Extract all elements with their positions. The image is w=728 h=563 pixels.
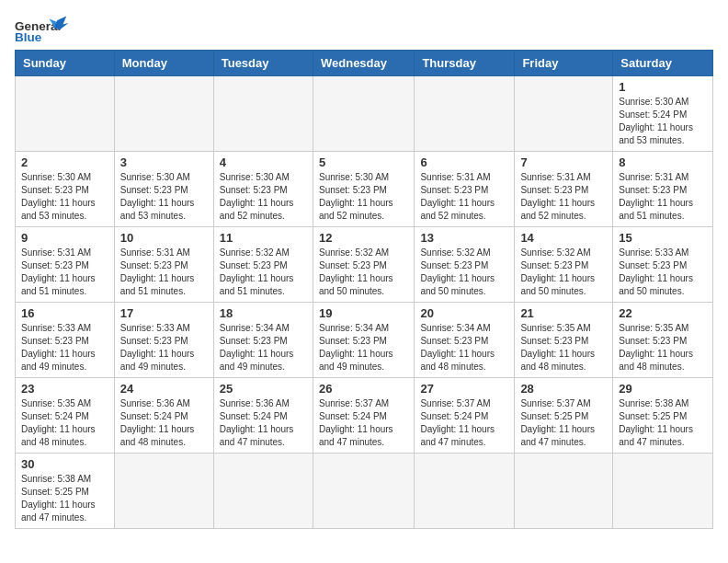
logo-icon: General Blue xyxy=(15,15,70,42)
calendar-cell: 6Sunrise: 5:31 AM Sunset: 5:23 PM Daylig… xyxy=(415,152,515,227)
day-number: 18 xyxy=(220,306,307,320)
day-info: Sunrise: 5:31 AM Sunset: 5:23 PM Dayligh… xyxy=(619,171,707,223)
calendar-cell: 23Sunrise: 5:35 AM Sunset: 5:24 PM Dayli… xyxy=(16,378,115,454)
calendar-cell xyxy=(415,454,515,529)
weekday-header-row: SundayMondayTuesdayWednesdayThursdayFrid… xyxy=(16,51,713,76)
weekday-header-wednesday: Wednesday xyxy=(313,51,414,76)
calendar-cell xyxy=(613,454,713,529)
day-number: 1 xyxy=(619,80,707,94)
calendar-cell xyxy=(415,76,515,152)
day-info: Sunrise: 5:32 AM Sunset: 5:23 PM Dayligh… xyxy=(220,247,307,298)
header: General Blue xyxy=(15,15,713,42)
calendar-cell xyxy=(213,76,313,152)
day-info: Sunrise: 5:30 AM Sunset: 5:24 PM Dayligh… xyxy=(619,96,707,147)
day-info: Sunrise: 5:35 AM Sunset: 5:23 PM Dayligh… xyxy=(619,322,707,373)
day-info: Sunrise: 5:31 AM Sunset: 5:23 PM Dayligh… xyxy=(21,247,108,298)
calendar-cell: 3Sunrise: 5:30 AM Sunset: 5:23 PM Daylig… xyxy=(114,152,213,227)
day-info: Sunrise: 5:36 AM Sunset: 5:24 PM Dayligh… xyxy=(120,397,208,449)
calendar-cell: 1Sunrise: 5:30 AM Sunset: 5:24 PM Daylig… xyxy=(613,76,713,152)
weekday-header-sunday: Sunday xyxy=(16,51,115,76)
day-info: Sunrise: 5:32 AM Sunset: 5:23 PM Dayligh… xyxy=(319,247,408,298)
day-info: Sunrise: 5:34 AM Sunset: 5:23 PM Dayligh… xyxy=(220,322,307,373)
calendar-cell: 10Sunrise: 5:31 AM Sunset: 5:23 PM Dayli… xyxy=(114,227,213,303)
day-number: 30 xyxy=(21,457,108,471)
calendar-cell: 27Sunrise: 5:37 AM Sunset: 5:24 PM Dayli… xyxy=(415,378,515,454)
day-number: 23 xyxy=(21,382,108,396)
day-info: Sunrise: 5:34 AM Sunset: 5:23 PM Dayligh… xyxy=(319,322,408,373)
calendar-row-1: 2Sunrise: 5:30 AM Sunset: 5:23 PM Daylig… xyxy=(16,152,713,227)
day-info: Sunrise: 5:31 AM Sunset: 5:23 PM Dayligh… xyxy=(420,171,508,223)
day-number: 26 xyxy=(319,382,408,396)
calendar-cell: 19Sunrise: 5:34 AM Sunset: 5:23 PM Dayli… xyxy=(313,303,414,378)
day-number: 25 xyxy=(220,382,307,396)
calendar-cell: 21Sunrise: 5:35 AM Sunset: 5:23 PM Dayli… xyxy=(515,303,613,378)
day-number: 20 xyxy=(420,306,508,320)
calendar-cell: 4Sunrise: 5:30 AM Sunset: 5:23 PM Daylig… xyxy=(213,152,313,227)
calendar-cell: 5Sunrise: 5:30 AM Sunset: 5:23 PM Daylig… xyxy=(313,152,414,227)
calendar-cell: 9Sunrise: 5:31 AM Sunset: 5:23 PM Daylig… xyxy=(16,227,115,303)
day-info: Sunrise: 5:33 AM Sunset: 5:23 PM Dayligh… xyxy=(120,322,208,373)
day-number: 27 xyxy=(420,382,508,396)
day-info: Sunrise: 5:38 AM Sunset: 5:25 PM Dayligh… xyxy=(21,473,108,524)
calendar-cell: 14Sunrise: 5:32 AM Sunset: 5:23 PM Dayli… xyxy=(515,227,613,303)
calendar-body: 1Sunrise: 5:30 AM Sunset: 5:24 PM Daylig… xyxy=(16,76,713,529)
calendar-cell: 12Sunrise: 5:32 AM Sunset: 5:23 PM Dayli… xyxy=(313,227,414,303)
day-info: Sunrise: 5:31 AM Sunset: 5:23 PM Dayligh… xyxy=(520,171,607,223)
calendar-cell: 28Sunrise: 5:37 AM Sunset: 5:25 PM Dayli… xyxy=(515,378,613,454)
weekday-header-monday: Monday xyxy=(114,51,213,76)
day-number: 6 xyxy=(420,155,508,169)
calendar-cell: 13Sunrise: 5:32 AM Sunset: 5:23 PM Dayli… xyxy=(415,227,515,303)
day-info: Sunrise: 5:32 AM Sunset: 5:23 PM Dayligh… xyxy=(420,247,508,298)
day-info: Sunrise: 5:36 AM Sunset: 5:24 PM Dayligh… xyxy=(220,397,307,449)
calendar-row-0: 1Sunrise: 5:30 AM Sunset: 5:24 PM Daylig… xyxy=(16,76,713,152)
day-info: Sunrise: 5:37 AM Sunset: 5:24 PM Dayligh… xyxy=(420,397,508,449)
calendar-row-3: 16Sunrise: 5:33 AM Sunset: 5:23 PM Dayli… xyxy=(16,303,713,378)
weekday-header-friday: Friday xyxy=(515,51,613,76)
day-info: Sunrise: 5:30 AM Sunset: 5:23 PM Dayligh… xyxy=(319,171,408,223)
logo: General Blue xyxy=(15,15,70,42)
day-info: Sunrise: 5:38 AM Sunset: 5:25 PM Dayligh… xyxy=(619,397,707,449)
calendar-cell: 8Sunrise: 5:31 AM Sunset: 5:23 PM Daylig… xyxy=(613,152,713,227)
day-info: Sunrise: 5:35 AM Sunset: 5:23 PM Dayligh… xyxy=(520,322,607,373)
weekday-header-thursday: Thursday xyxy=(415,51,515,76)
day-number: 16 xyxy=(21,306,108,320)
calendar-cell: 24Sunrise: 5:36 AM Sunset: 5:24 PM Dayli… xyxy=(114,378,213,454)
day-number: 24 xyxy=(120,382,208,396)
calendar-cell: 15Sunrise: 5:33 AM Sunset: 5:23 PM Dayli… xyxy=(613,227,713,303)
calendar-cell xyxy=(16,76,115,152)
day-number: 19 xyxy=(319,306,408,320)
day-number: 14 xyxy=(520,231,607,245)
day-info: Sunrise: 5:32 AM Sunset: 5:23 PM Dayligh… xyxy=(520,247,607,298)
day-info: Sunrise: 5:31 AM Sunset: 5:23 PM Dayligh… xyxy=(120,247,208,298)
day-number: 17 xyxy=(120,306,208,320)
calendar-cell: 20Sunrise: 5:34 AM Sunset: 5:23 PM Dayli… xyxy=(415,303,515,378)
calendar-row-4: 23Sunrise: 5:35 AM Sunset: 5:24 PM Dayli… xyxy=(16,378,713,454)
day-info: Sunrise: 5:33 AM Sunset: 5:23 PM Dayligh… xyxy=(21,322,108,373)
calendar-header: SundayMondayTuesdayWednesdayThursdayFrid… xyxy=(16,51,713,76)
day-info: Sunrise: 5:34 AM Sunset: 5:23 PM Dayligh… xyxy=(420,322,508,373)
day-number: 12 xyxy=(319,231,408,245)
calendar-cell: 26Sunrise: 5:37 AM Sunset: 5:24 PM Dayli… xyxy=(313,378,414,454)
day-number: 2 xyxy=(21,155,108,169)
day-number: 7 xyxy=(520,155,607,169)
day-info: Sunrise: 5:37 AM Sunset: 5:24 PM Dayligh… xyxy=(319,397,408,449)
calendar-cell: 22Sunrise: 5:35 AM Sunset: 5:23 PM Dayli… xyxy=(613,303,713,378)
day-number: 8 xyxy=(619,155,707,169)
weekday-header-saturday: Saturday xyxy=(613,51,713,76)
calendar-cell xyxy=(213,454,313,529)
calendar-table: SundayMondayTuesdayWednesdayThursdayFrid… xyxy=(15,50,713,529)
day-number: 3 xyxy=(120,155,208,169)
calendar-cell: 29Sunrise: 5:38 AM Sunset: 5:25 PM Dayli… xyxy=(613,378,713,454)
calendar-cell: 18Sunrise: 5:34 AM Sunset: 5:23 PM Dayli… xyxy=(213,303,313,378)
day-number: 9 xyxy=(21,231,108,245)
day-number: 10 xyxy=(120,231,208,245)
calendar-cell: 2Sunrise: 5:30 AM Sunset: 5:23 PM Daylig… xyxy=(16,152,115,227)
calendar-cell: 25Sunrise: 5:36 AM Sunset: 5:24 PM Dayli… xyxy=(213,378,313,454)
day-number: 5 xyxy=(319,155,408,169)
calendar-cell: 16Sunrise: 5:33 AM Sunset: 5:23 PM Dayli… xyxy=(16,303,115,378)
calendar-cell xyxy=(515,76,613,152)
day-number: 29 xyxy=(619,382,707,396)
calendar-row-5: 30Sunrise: 5:38 AM Sunset: 5:25 PM Dayli… xyxy=(16,454,713,529)
day-info: Sunrise: 5:33 AM Sunset: 5:23 PM Dayligh… xyxy=(619,247,707,298)
calendar-cell xyxy=(114,76,213,152)
